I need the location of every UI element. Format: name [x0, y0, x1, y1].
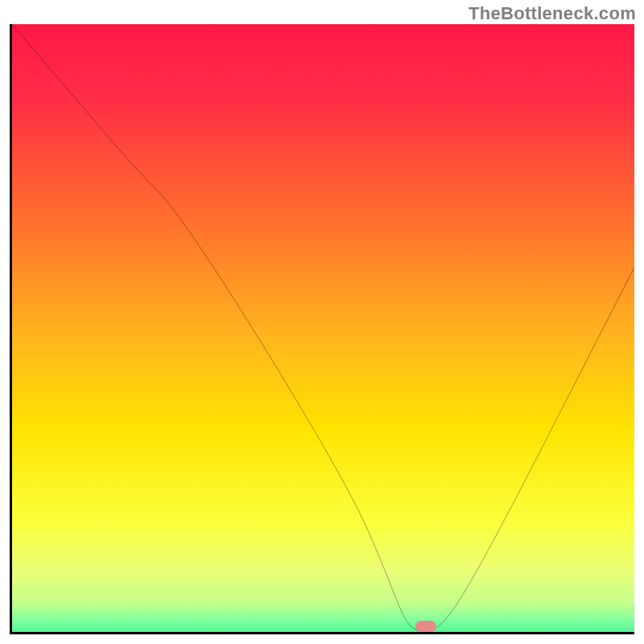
bottleneck-curve-path [12, 24, 634, 632]
plot-area [10, 24, 634, 634]
curve-layer [12, 24, 634, 632]
bottleneck-chart: TheBottleneck.com [0, 0, 644, 644]
optimal-marker [415, 621, 436, 632]
watermark-text: TheBottleneck.com [469, 3, 636, 24]
